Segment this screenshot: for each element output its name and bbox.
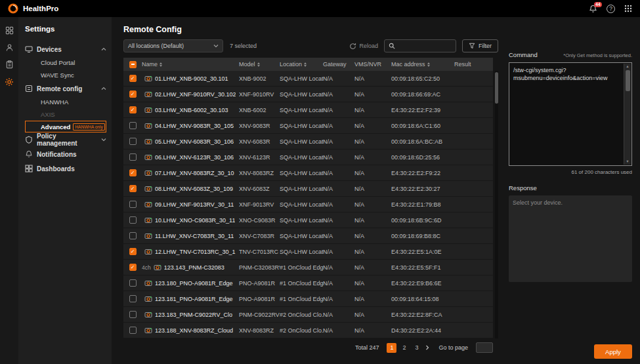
table-row[interactable]: 10.LHW_XNO-C9083R_30_11 XNO-C9083R SQA-L…	[123, 212, 493, 228]
cell-location: SQA-LHW Locati...	[280, 249, 323, 255]
help-icon[interactable]: ?	[607, 5, 615, 13]
scroll-down-icon[interactable]: ▼	[626, 159, 629, 165]
sidebar-item-dashboards[interactable]: Dashboards	[25, 161, 106, 176]
sidebar-item-devices[interactable]: Devices	[25, 42, 106, 56]
table-row[interactable]: 11.LHW_XNV-C7083R_30_11 XNV-C7083R SQA-L…	[123, 228, 493, 244]
reload-button[interactable]: Reload	[349, 43, 378, 50]
sidebar-item-advanced[interactable]: Advanced HANWHA only	[25, 121, 106, 132]
row-checkbox[interactable]	[129, 311, 137, 318]
cell-vms-nvr: N/A	[354, 123, 391, 129]
row-checkbox[interactable]	[129, 201, 137, 208]
table-row[interactable]: 04.LHW_XNV-9083R_30_105 XNV-9083R SQA-LH…	[123, 118, 493, 134]
row-checkbox[interactable]	[129, 248, 137, 255]
next-page-button[interactable]	[424, 345, 431, 350]
table-row[interactable]: 12.LHW_TNV-C7013RC_30_1 TNV-C7013RC SQA-…	[123, 244, 493, 260]
row-checkbox[interactable]	[129, 138, 137, 145]
table-row[interactable]: 05.LHW_XNV-6083R_30_106 XNV-6083R SQA-LH…	[123, 134, 493, 150]
cell-mac-address: 00:09:18:6D:25:56	[391, 154, 454, 161]
table-row[interactable]: 01.LHW_XNB-9002_30.101 XNB-9002 SQA-LHW …	[123, 71, 493, 87]
row-checkbox[interactable]	[129, 106, 137, 113]
cell-gateway: N/A	[323, 280, 354, 287]
row-checkbox[interactable]	[129, 75, 137, 82]
page-button-2[interactable]: 2	[399, 343, 409, 353]
go-to-page-label: Go to page	[438, 344, 468, 351]
sidebar-item-notifications[interactable]: Notifications	[25, 147, 106, 161]
cell-gateway: N/A	[323, 107, 354, 113]
row-checkbox[interactable]	[129, 295, 137, 302]
device-icon	[144, 169, 152, 177]
row-checkbox[interactable]	[129, 169, 137, 176]
select-all-checkbox[interactable]	[129, 61, 137, 68]
cell-vms-nvr: N/A	[354, 233, 391, 239]
column-header-mac: Mac address	[391, 61, 425, 68]
sidebar-item-wave-sync[interactable]: WAVE Sync	[25, 69, 106, 81]
rail-settings-icon[interactable]	[5, 77, 14, 87]
sidebar-item-cloud-portal[interactable]: Cloud Portal	[25, 56, 106, 69]
scrollbar-thumb[interactable]	[495, 72, 498, 104]
cell-model: XNV-8083RZ	[239, 327, 280, 334]
sort-icon[interactable]	[304, 62, 307, 67]
search-input[interactable]	[398, 43, 452, 49]
table-row[interactable]: 123.188_XNV-8083RZ_Cloud XNV-8083RZ #2 O…	[123, 323, 493, 338]
sort-icon[interactable]	[427, 62, 430, 67]
location-dropdown[interactable]: All locations (Default)	[123, 39, 223, 52]
sidebar-item-hanwha[interactable]: HANWHA	[25, 96, 106, 108]
table-row[interactable]: 07.LHW_XNV-8083RZ_30_10 XNV-8083RZ SQA-L…	[123, 165, 493, 181]
rail-reports-icon[interactable]	[5, 60, 14, 69]
apply-button[interactable]: Apply	[594, 344, 632, 359]
main-content: Remote Config All locations (Default) 7 …	[112, 17, 640, 364]
go-to-page-input[interactable]	[476, 342, 493, 353]
apps-grid-icon[interactable]	[624, 5, 632, 12]
table-row[interactable]: 06.LHW_XNV-6123R_30_106 XNV-6123R SQA-LH…	[123, 150, 493, 165]
cell-mac-address: E4:30:22:E9:B6:6E	[391, 280, 454, 287]
sidebar-item-remote-config[interactable]: Remote config	[25, 81, 106, 96]
cell-name: 05.LHW_XNV-6083R_30_106	[142, 138, 239, 146]
cell-gateway: N/A	[323, 296, 354, 302]
command-scrollbar[interactable]: ▲ ▼	[624, 64, 631, 165]
sort-icon[interactable]	[160, 62, 162, 67]
cell-mac-address: D4:30:22:E2:2A:44	[391, 327, 454, 334]
table-row[interactable]: 4ch 123.143_PNM-C32083 PNM-C32083RVQ #1 …	[123, 260, 493, 275]
sidebar-item-axis[interactable]: AXIS	[25, 108, 106, 121]
table-row[interactable]: 03.LHW_XNB-6002_30.103 XNB-6002 SQA-LHW …	[123, 102, 493, 118]
row-checkbox[interactable]	[129, 279, 137, 287]
scroll-up-icon[interactable]: ▲	[626, 64, 629, 70]
sort-icon[interactable]	[257, 62, 260, 67]
table-row[interactable]: 08.LHW_XNV-6083Z_30_109 XNV-6083Z SQA-LH…	[123, 181, 493, 197]
table-row[interactable]: 02.LHW_XNF-9010RV_30.102 XNF-9010RV SQA-…	[123, 87, 493, 102]
rail-users-icon[interactable]	[5, 43, 14, 52]
table-row[interactable]: 123.181_PNO-A9081R_Edge PNO-A9081R #1 On…	[123, 291, 493, 307]
rail-apps-icon[interactable]	[5, 26, 14, 35]
response-placeholder: Select your device.	[513, 199, 563, 206]
command-input[interactable]: /stw-cgi/system.cgi? msubmenu=deviceinfo…	[509, 62, 632, 166]
filter-button[interactable]: Filter	[462, 39, 498, 52]
row-checkbox[interactable]	[129, 153, 137, 161]
cell-mac-address: 00:09:18:66:69:AC	[391, 91, 454, 98]
search-box[interactable]	[384, 39, 456, 52]
row-checkbox[interactable]	[129, 122, 137, 129]
shield-icon	[25, 136, 33, 144]
device-icon	[144, 91, 152, 98]
row-checkbox[interactable]	[129, 216, 137, 224]
row-checkbox[interactable]	[129, 232, 137, 239]
table-row[interactable]: 123.183_PNM-C9022RV_Clo PNM-C9022RV #2 O…	[123, 307, 493, 323]
page-button-1[interactable]: 1	[387, 343, 396, 353]
cell-location: SQA-LHW Locati...	[280, 138, 323, 145]
scrollbar-thumb[interactable]	[626, 70, 630, 91]
table-row[interactable]: 123.180_PNO-A9081R_Edge PNO-A9081R #1 On…	[123, 275, 493, 291]
notifications-bell-icon[interactable]: 44	[589, 5, 597, 13]
cell-model: XNV-6123R	[239, 154, 280, 161]
cell-model: PNO-A9081R	[239, 296, 280, 302]
row-checkbox[interactable]	[129, 264, 137, 271]
table-scrollbar[interactable]	[495, 71, 498, 338]
pagination: 1 2 3	[387, 343, 431, 353]
page-button-3[interactable]: 3	[412, 343, 421, 353]
row-checkbox[interactable]	[129, 91, 137, 98]
cell-gateway: N/A	[323, 249, 354, 255]
cell-location: SQA-LHW Locati...	[280, 107, 323, 113]
sidebar-item-policy-management[interactable]: Policy management	[25, 132, 106, 147]
row-checkbox[interactable]	[129, 185, 137, 192]
cell-mac-address: 00:09:18:6A:C1:60	[391, 123, 454, 129]
row-checkbox[interactable]	[129, 327, 137, 334]
table-row[interactable]: 09.LHW_XNF-9013RV_30_11 XNF-9013RV SQA-L…	[123, 197, 493, 212]
